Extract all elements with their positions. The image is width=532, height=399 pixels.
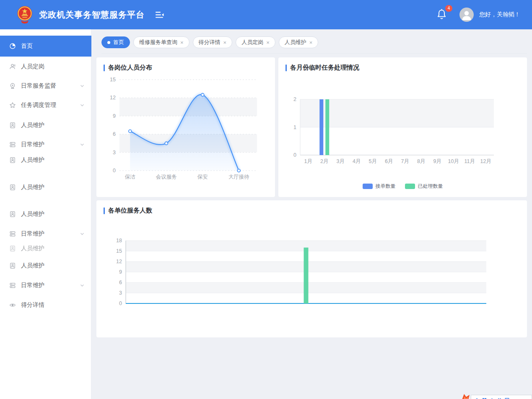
tab-close-icon[interactable]: ×	[266, 40, 270, 45]
star-icon	[9, 102, 16, 109]
svg-text:0: 0	[113, 168, 116, 174]
svg-text:11月: 11月	[465, 158, 475, 164]
svg-text:0: 0	[119, 301, 122, 306]
svg-text:18: 18	[116, 238, 122, 244]
menu-fold-icon	[156, 11, 164, 18]
active-tab-dot	[107, 41, 110, 44]
sidebar-item-label: 日常维护	[21, 230, 44, 238]
svg-text:15: 15	[110, 77, 116, 83]
chevron-down-icon	[80, 231, 85, 236]
svg-text:6: 6	[119, 280, 122, 285]
sidebar-item-label: 人员定岗	[21, 63, 44, 70]
sidebar-item-label: 任务调度管理	[21, 101, 56, 109]
sidebar-item-2[interactable]: 人员定岗	[0, 58, 91, 75]
pause-tool-icon[interactable]	[497, 398, 502, 399]
tab-5[interactable]: 人员维护×	[279, 36, 319, 48]
title-accent-bar	[104, 207, 105, 214]
tab-label: 人员维护	[285, 39, 306, 46]
sidebar-item-5[interactable]: 人员维护	[0, 117, 91, 134]
sidebar-item-1[interactable]: 首页	[0, 36, 91, 57]
svg-text:12: 12	[116, 259, 122, 264]
chevron-down-icon	[80, 142, 85, 147]
tab-close-icon[interactable]: ×	[309, 40, 313, 45]
legend-item-1[interactable]: 接单数量	[363, 183, 396, 190]
sidebar-item-6[interactable]: 日常维护	[0, 136, 91, 153]
chart-title: 各月份临时任务处理情况	[290, 64, 359, 72]
svg-text:大厅接待: 大厅接待	[228, 174, 249, 180]
floating-toolbar[interactable]	[459, 393, 532, 399]
list-icon	[9, 231, 16, 237]
legend-label: 接单数量	[376, 183, 396, 190]
svg-text:9: 9	[113, 113, 116, 119]
sidebar-item-4[interactable]: 任务调度管理	[0, 97, 91, 114]
svg-text:6月: 6月	[385, 158, 393, 164]
sidebar-item-14[interactable]: 得分详情	[0, 297, 91, 314]
svg-text:9: 9	[119, 269, 122, 275]
sidebar-item-label: 人员维护	[21, 184, 44, 191]
sidebar-item-13[interactable]: 日常维护	[0, 277, 91, 294]
app-header: 党政机关事务智慧服务平台 4 您好，关翰韬！	[0, 0, 532, 29]
sidebar: 首页人员定岗日常服务监督任务调度管理人员维护日常维护人员维护人员维护人员维护日常…	[0, 29, 91, 399]
user-doc-icon	[9, 184, 16, 191]
svg-text:9月: 9月	[433, 158, 441, 164]
tab-3[interactable]: 得分详情×	[193, 36, 233, 48]
sidebar-item-3[interactable]: 日常服务监督	[0, 78, 91, 94]
tab-close-icon[interactable]: ×	[223, 40, 227, 45]
svg-text:2月: 2月	[320, 158, 328, 164]
chevron-down-icon	[80, 83, 85, 88]
svg-text:7月: 7月	[401, 158, 409, 164]
card-title-bar: 各单位服务人数	[104, 207, 152, 215]
user-greeting: 您好，关翰韬！	[479, 11, 520, 18]
svg-text:1月: 1月	[304, 158, 312, 164]
svg-text:3: 3	[119, 290, 122, 296]
tab-label: 首页	[113, 39, 124, 46]
sidebar-item-label: 人员维护	[21, 122, 44, 129]
download-tool-icon[interactable]	[490, 398, 494, 399]
card-unit-service-count: 各单位服务人数 0369121518	[96, 200, 527, 337]
title-accent-bar	[285, 65, 287, 71]
user-doc-icon	[9, 122, 16, 129]
tab-2[interactable]: 维修服务单查询×	[133, 36, 189, 48]
tab-1[interactable]: 首页	[101, 36, 130, 48]
grid-tool-icon[interactable]	[482, 398, 487, 399]
tab-close-icon[interactable]: ×	[180, 40, 184, 45]
svg-text:1: 1	[293, 124, 296, 130]
user-doc-icon	[9, 157, 16, 163]
legend-swatch	[405, 184, 415, 189]
sidebar-item-9[interactable]: 人员维护	[0, 206, 91, 223]
eye-icon	[9, 302, 16, 308]
user-tool-icon[interactable]	[475, 398, 479, 399]
sidebar-item-8[interactable]: 人员维护	[0, 179, 91, 196]
sidebar-item-7[interactable]: 人员维护	[0, 152, 91, 168]
svg-text:12月: 12月	[480, 158, 491, 164]
svg-text:0: 0	[293, 152, 296, 158]
window-tool-icon[interactable]	[505, 398, 509, 399]
legend-label: 已处理数量	[418, 183, 443, 190]
card-title-bar: 各月份临时任务处理情况	[285, 64, 359, 72]
notification-badge: 4	[445, 5, 452, 12]
tab-label: 人员定岗	[241, 39, 263, 46]
legend-item-2[interactable]: 已处理数量	[405, 183, 443, 190]
sidebar-item-12[interactable]: 人员维护	[0, 257, 91, 274]
user-avatar[interactable]	[459, 8, 474, 22]
national-emblem-logo	[15, 5, 34, 25]
position-distribution-line-chart: 03691215保洁会议服务保安大厅接待	[96, 57, 275, 197]
chevron-down-icon	[80, 283, 85, 288]
chevron-down-icon	[80, 103, 85, 108]
chart-legend: 接单数量已处理数量	[278, 183, 527, 190]
sidebar-item-11[interactable]: 人员维护	[0, 244, 91, 253]
card-position-distribution: 各岗位人员分布 03691215保洁会议服务保安大厅接待	[96, 57, 275, 197]
menu-collapse-button[interactable]	[154, 10, 166, 20]
tab-label: 得分详情	[199, 39, 221, 46]
notification-bell[interactable]: 4	[436, 8, 449, 21]
sidebar-item-10[interactable]: 日常维护	[0, 225, 91, 242]
tab-4[interactable]: 人员定岗×	[236, 36, 275, 48]
sidebar-item-label: 人员维护	[21, 210, 44, 218]
unit-service-bar-chart: 0369121518	[96, 200, 527, 337]
svg-text:10月: 10月	[448, 158, 459, 164]
sidebar-item-label: 得分详情	[21, 301, 44, 309]
person-icon	[459, 8, 474, 22]
user-icon	[9, 63, 16, 70]
monitor-icon	[9, 83, 16, 89]
svg-text:3: 3	[113, 150, 116, 155]
